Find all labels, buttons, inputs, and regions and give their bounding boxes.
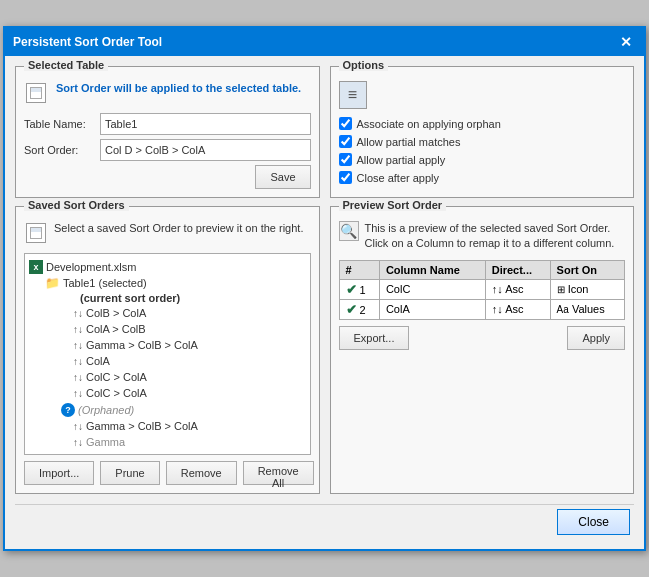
bottom-bar: Close [15,504,634,539]
saved-info-row: Select a saved Sort Order to preview it … [24,221,311,245]
col-sort-on: Sort On [550,260,624,279]
saved-btn-row: Import... Prune Remove Remove All [24,461,311,485]
tree-item-1[interactable]: 📁Table1 (selected) [29,275,306,291]
sort-order-label: Sort Order: [24,144,96,156]
row-sort-on-0[interactable]: ⊞ Icon [550,279,624,299]
preview-search-icon: 🔍 [339,221,359,241]
tree-label-1: Table1 (selected) [63,277,147,289]
preview-table-body: ✔ 1ColC↑↓ Asc⊞ Icon✔ 2ColA↑↓ AscAa Value… [339,279,625,319]
tree-container[interactable]: xDevelopment.xlsm📁Table1 (selected)(curr… [24,253,311,455]
checkbox-label-0: Associate on applying orphan [357,118,501,130]
tree-icon-5: ↑↓ [73,338,83,352]
selected-table-info-row: Sort Order will be applied to the select… [24,81,311,105]
tree-label-6: ColA [86,355,110,367]
sort-order-row: Sort Order: [24,139,311,161]
table-icon [24,81,48,105]
tree-item-2[interactable]: (current sort order) [29,291,306,305]
window-title: Persistent Sort Order Tool [13,35,162,49]
table-row[interactable]: ✔ 2ColA↑↓ AscAa Values [339,299,625,319]
checkbox-1[interactable] [339,135,352,148]
preview-legend: Preview Sort Order [339,199,447,211]
save-btn-row: Save [24,165,311,189]
saved-table-icon [24,221,48,245]
tree-label-5: Gamma > ColB > ColA [86,339,198,351]
saved-sort-orders-panel: Saved Sort Orders Select a saved Sort Or… [15,206,320,494]
tree-icon-1: 📁 [45,276,60,290]
tree-item-5[interactable]: ↑↓Gamma > ColB > ColA [29,337,306,353]
apply-button[interactable]: Apply [567,326,625,350]
table-row[interactable]: ✔ 1ColC↑↓ Asc⊞ Icon [339,279,625,299]
col-column-name: Column Name [379,260,485,279]
selected-table-legend: Selected Table [24,59,108,71]
checkboxes-container: Associate on applying orphanAllow partia… [339,117,626,184]
tree-item-10[interactable]: ↑↓Gamma > ColB > ColA [29,418,306,434]
checkbox-label-1: Allow partial matches [357,136,461,148]
tree-item-6[interactable]: ↑↓ColA [29,353,306,369]
row-sort-on-1[interactable]: Aa Values [550,299,624,319]
tree-item-3[interactable]: ↑↓ColB > ColA [29,305,306,321]
options-icon: ≡ [339,81,367,109]
row-check-1[interactable]: ✔ 2 [339,299,379,319]
tree-icon-10: ↑↓ [73,419,83,433]
tree-icon-6: ↑↓ [73,354,83,368]
preview-btn-row: Export... Apply [339,326,626,350]
close-button[interactable]: Close [557,509,630,535]
prune-button[interactable]: Prune [100,461,159,485]
top-row: Selected Table Sort Order will be applie… [15,66,634,198]
table-graphic [26,83,46,103]
remove-all-button[interactable]: Remove All [243,461,314,485]
export-button[interactable]: Export... [339,326,410,350]
tree-item-0[interactable]: xDevelopment.xlsm [29,258,306,275]
col-direction: Direct... [485,260,550,279]
checkbox-2[interactable] [339,153,352,166]
checkbox-label-2: Allow partial apply [357,154,446,166]
q-icon-9: ? [61,403,75,417]
tree-item-11[interactable]: ↑↓Gamma [29,434,306,450]
saved-table-graphic [26,223,46,243]
tree-item-8[interactable]: ↑↓ColC > ColA [29,385,306,401]
check-mark-1: ✔ [346,302,357,317]
main-window: Persistent Sort Order Tool ✕ Selected Ta… [3,26,646,551]
checkbox-row-0: Associate on applying orphan [339,117,626,130]
tree-label-7: ColC > ColA [86,371,147,383]
tree-label-2: (current sort order) [80,292,180,304]
preview-table: # Column Name Direct... Sort On ✔ 1ColC↑… [339,260,626,320]
saved-info-text: Select a saved Sort Order to preview it … [54,221,311,236]
checkbox-row-2: Allow partial apply [339,153,626,166]
tree-label-9: (Orphaned) [78,404,134,416]
selected-table-panel: Selected Table Sort Order will be applie… [15,66,320,198]
bottom-row: Saved Sort Orders Select a saved Sort Or… [15,206,634,494]
tree-item-7[interactable]: ↑↓ColC > ColA [29,369,306,385]
tree-label-4: ColA > ColB [86,323,146,335]
remove-button[interactable]: Remove [166,461,237,485]
tree-item-9[interactable]: ?(Orphaned) [29,401,306,418]
preview-info-text: This is a preview of the selected saved … [365,221,626,252]
checkbox-3[interactable] [339,171,352,184]
sort-order-input[interactable] [100,139,311,161]
col-hash: # [339,260,379,279]
table-name-input[interactable] [100,113,311,135]
import-button[interactable]: Import... [24,461,94,485]
row-direction-1[interactable]: ↑↓ Asc [485,299,550,319]
tree-icon-11: ↑↓ [73,435,83,449]
tree-item-4[interactable]: ↑↓ColA > ColB [29,321,306,337]
check-mark-0: ✔ [346,282,357,297]
xl-icon-0: x [29,260,43,274]
saved-sort-orders-legend: Saved Sort Orders [24,199,129,211]
checkbox-0[interactable] [339,117,352,130]
sort-order-emphasis: Sort Order [56,82,111,94]
save-button[interactable]: Save [255,165,310,189]
title-bar: Persistent Sort Order Tool ✕ [5,28,644,56]
window-body: Selected Table Sort Order will be applie… [5,56,644,549]
tree-icon-3: ↑↓ [73,306,83,320]
close-icon[interactable]: ✕ [616,35,636,49]
tree-label-10: Gamma > ColB > ColA [86,420,198,432]
tree-icon-4: ↑↓ [73,322,83,336]
preview-info-row: 🔍 This is a preview of the selected save… [339,221,626,252]
row-direction-0[interactable]: ↑↓ Asc [485,279,550,299]
table-name-label: Table Name: [24,118,96,130]
row-check-0[interactable]: ✔ 1 [339,279,379,299]
tree-icon-0: x [29,259,43,274]
preview-sort-order-panel: Preview Sort Order 🔍 This is a preview o… [330,206,635,494]
row-column-0: ColC [379,279,485,299]
